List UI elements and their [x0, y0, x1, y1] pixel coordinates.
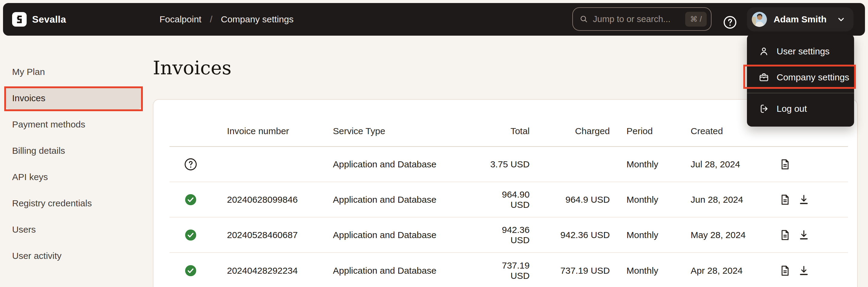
- cell-created: Apr 28, 2024: [691, 265, 778, 276]
- table-row: 20240628099846 Application and Database …: [169, 182, 848, 217]
- global-search[interactable]: ⌘ /: [572, 7, 712, 31]
- cell-service-type: Application and Database: [333, 265, 484, 276]
- sevalla-logo-icon: [12, 12, 27, 27]
- logout-icon: [758, 103, 769, 114]
- column-invoice-number: Invoice number: [212, 126, 333, 136]
- brand: Sevalla: [12, 3, 66, 36]
- menu-item-label: Log out: [777, 104, 807, 114]
- cell-total: 737.19 USD: [484, 260, 530, 281]
- cell-created: Jul 28, 2024: [691, 159, 778, 170]
- cell-created: May 28, 2024: [691, 230, 778, 240]
- user-icon: [758, 46, 769, 57]
- avatar: [752, 12, 767, 27]
- search-shortcut-badge: ⌘ /: [685, 12, 707, 27]
- breadcrumb-separator: /: [210, 14, 212, 25]
- sidebar-item-api-keys[interactable]: API keys: [6, 166, 141, 188]
- sidebar-item-invoices[interactable]: Invoices: [6, 87, 141, 109]
- sidebar-item-users[interactable]: Users: [6, 218, 141, 241]
- cell-total: 3.75 USD: [484, 159, 530, 170]
- cell-period: Monthly: [610, 159, 691, 170]
- column-created: Created: [691, 126, 778, 136]
- document-icon[interactable]: [779, 158, 791, 170]
- briefcase-icon: [758, 72, 769, 83]
- user-dropdown-menu: User settings Company settings Log out: [747, 34, 854, 127]
- cell-period: Monthly: [610, 265, 691, 276]
- cell-charged: 942.36 USD: [530, 230, 610, 240]
- table-row: Application and Database 3.75 USD Monthl…: [169, 147, 848, 182]
- help-icon[interactable]: [723, 15, 737, 29]
- cell-invoice-number: 20240628099846: [212, 194, 333, 205]
- cell-total: 964.90 USD: [484, 189, 530, 210]
- cell-service-type: Application and Database: [333, 230, 484, 240]
- breadcrumb-project[interactable]: Focalpoint: [159, 14, 201, 25]
- column-period: Period: [610, 126, 691, 136]
- sidebar-item-billing-details[interactable]: Billing details: [6, 140, 141, 162]
- check-icon: [184, 264, 197, 277]
- download-icon[interactable]: [798, 265, 810, 277]
- settings-sidebar: My Plan Invoices Payment methods Billing…: [0, 61, 149, 271]
- menu-item-company-settings[interactable]: Company settings: [747, 64, 854, 90]
- top-navigation-bar: Sevalla Focalpoint / Company settings ⌘ …: [3, 3, 865, 36]
- search-icon: [580, 15, 588, 23]
- cell-charged: 964.9 USD: [530, 194, 610, 205]
- cell-invoice-number: 20240428292234: [212, 265, 333, 276]
- column-service-type: Service Type: [333, 126, 484, 136]
- menu-item-label: User settings: [777, 46, 830, 57]
- user-menu-button[interactable]: Adam Smith: [747, 7, 854, 31]
- check-icon: [184, 193, 197, 206]
- menu-item-label: Company settings: [777, 72, 849, 82]
- menu-divider: [747, 93, 854, 93]
- sidebar-item-user-activity[interactable]: User activity: [6, 245, 141, 267]
- sidebar-item-my-plan[interactable]: My Plan: [6, 61, 141, 83]
- brand-name: Sevalla: [32, 14, 66, 25]
- document-icon[interactable]: [779, 265, 791, 277]
- menu-item-user-settings[interactable]: User settings: [747, 38, 854, 64]
- user-name: Adam Smith: [774, 14, 827, 25]
- document-icon[interactable]: [779, 194, 791, 206]
- cell-invoice-number: 20240528460687: [212, 230, 333, 240]
- column-total: Total: [484, 126, 530, 136]
- table-row: 20240528460687 Application and Database …: [169, 217, 848, 253]
- page-title: Invoices: [153, 57, 231, 79]
- sidebar-item-registry-credentials[interactable]: Registry credentials: [6, 192, 141, 215]
- cell-created: Jun 28, 2024: [691, 194, 778, 205]
- table-row: 20240428292234 Application and Database …: [169, 253, 848, 287]
- check-icon: [184, 228, 197, 242]
- download-icon[interactable]: [798, 229, 810, 241]
- cell-service-type: Application and Database: [333, 194, 484, 205]
- chevron-down-icon: [837, 15, 846, 24]
- cell-period: Monthly: [610, 230, 691, 240]
- document-icon[interactable]: [779, 229, 791, 241]
- menu-item-log-out[interactable]: Log out: [747, 96, 854, 122]
- question-icon[interactable]: [184, 158, 197, 171]
- cell-service-type: Application and Database: [333, 159, 484, 170]
- cell-period: Monthly: [610, 194, 691, 205]
- invoices-card: Invoice number Service Type Total Charge…: [153, 99, 858, 287]
- sidebar-item-payment-methods[interactable]: Payment methods: [6, 113, 141, 136]
- cell-total: 942.36 USD: [484, 225, 530, 245]
- download-icon[interactable]: [798, 194, 810, 206]
- cell-charged: 737.19 USD: [530, 265, 610, 276]
- column-charged: Charged: [530, 126, 610, 136]
- search-input[interactable]: [593, 14, 680, 24]
- breadcrumb: Focalpoint / Company settings: [159, 3, 293, 36]
- table-header-row: Invoice number Service Type Total Charge…: [169, 100, 848, 147]
- breadcrumb-page[interactable]: Company settings: [221, 14, 293, 25]
